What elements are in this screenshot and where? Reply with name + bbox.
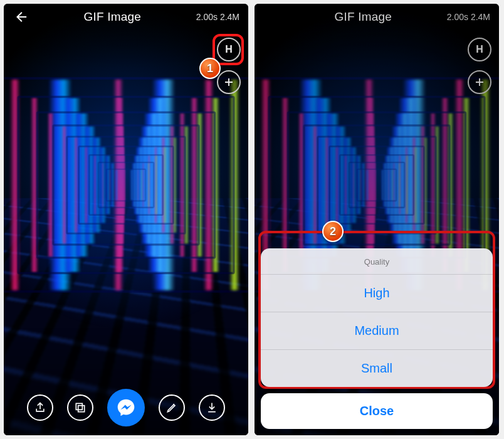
page-title: GIF Image (29, 10, 196, 24)
gif-duration: 2.00s (196, 12, 218, 22)
back-arrow-icon (14, 10, 28, 24)
sheet-title: Quality (261, 248, 493, 274)
edit-button[interactable] (159, 394, 185, 421)
messenger-button[interactable] (107, 389, 145, 426)
layers-button[interactable] (67, 394, 93, 421)
svg-rect-1 (78, 406, 85, 412)
svg-rect-0 (76, 403, 82, 410)
messenger-icon (116, 398, 136, 418)
back-button[interactable] (13, 9, 29, 25)
plus-icon (223, 77, 234, 88)
download-button[interactable] (199, 394, 225, 421)
gif-size: 2.4M (220, 12, 239, 22)
quality-letter-icon: H (225, 44, 233, 55)
gif-preview (4, 4, 248, 435)
quality-option-small[interactable]: Small (261, 349, 493, 387)
bottom-toolbar (4, 389, 248, 426)
screen-right: GIF Image 2.00s 2.4M H Quality High Medi… (255, 4, 499, 435)
quality-option-medium[interactable]: Medium (261, 312, 493, 349)
quality-options-group: Quality High Medium Small (261, 248, 493, 387)
quality-action-sheet: Quality High Medium Small Close (261, 248, 493, 429)
screen-left: GIF Image 2.00s 2.4M H (4, 4, 248, 435)
layers-icon (74, 401, 87, 414)
share-icon (34, 401, 46, 414)
side-buttons: H (217, 38, 241, 94)
quality-option-high[interactable]: High (261, 274, 493, 312)
share-button[interactable] (27, 394, 53, 421)
sheet-close-button[interactable]: Close (261, 393, 493, 429)
pencil-icon (165, 401, 178, 414)
header: GIF Image 2.00s 2.4M (4, 4, 248, 30)
quality-button[interactable]: H (217, 38, 241, 61)
gif-meta: 2.00s 2.4M (196, 12, 239, 22)
download-icon (206, 401, 218, 414)
add-button[interactable] (217, 70, 241, 94)
